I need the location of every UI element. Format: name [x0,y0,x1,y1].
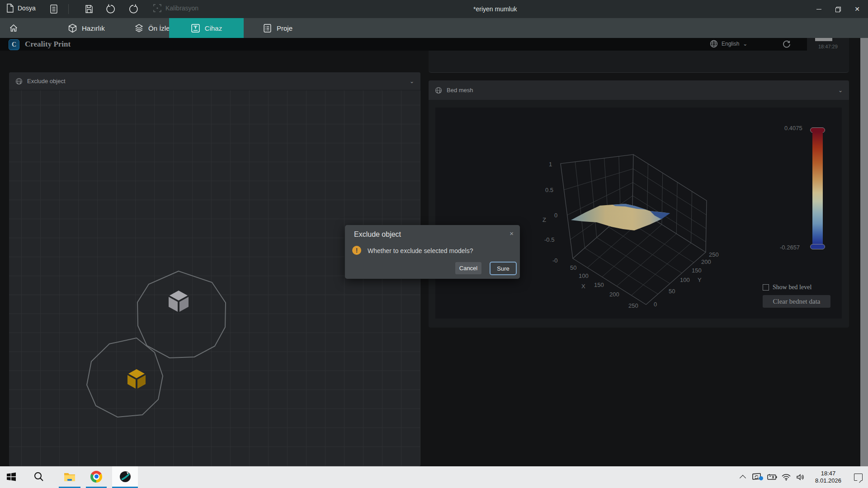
undo-icon[interactable] [106,4,116,14]
language-selector[interactable]: English ⌄ [710,40,747,48]
tray-display-icon[interactable] [750,473,764,481]
xtick: 200 [609,291,619,298]
dialog-message: Whether to exclude selected models? [368,247,473,254]
xtick: 50 [570,264,576,271]
creality-logo: C [9,39,19,50]
tab-bar: Hazırlık Ön İzleme Cihaz Proje [0,18,868,38]
calibration-icon [153,4,162,13]
restore-icon [835,7,840,11]
chevron-down-icon[interactable]: ⌄ [838,87,843,94]
search-button[interactable] [28,466,50,487]
taskbar-clock[interactable]: 18:47 8.01.2026 [808,470,848,485]
tab-home[interactable] [6,18,21,38]
x-axis-label: X [581,283,585,290]
minimize-button[interactable] [812,3,826,15]
ztick: 0 [554,212,557,219]
file-explorer-button[interactable] [59,466,80,487]
language-label: English [722,41,739,47]
home-icon [9,23,18,33]
creality-print-button[interactable] [112,466,138,487]
notes-icon[interactable] [50,5,58,14]
title-bar: Dosya Kalibrasyon *eriyen mumluk ✕ [0,0,868,18]
sure-button[interactable]: Sure [490,262,517,275]
calibration-label: Kalibrasyon [165,5,198,12]
start-button[interactable] [1,466,22,487]
dialog-close-button[interactable]: × [509,230,514,237]
ytick: 150 [692,267,702,274]
close-icon: × [509,230,514,237]
redo-icon[interactable] [128,4,138,14]
clear-bednet-data-button[interactable]: Clear bednet data [763,295,830,308]
tab-cihaz[interactable]: Cihaz [169,18,244,38]
tray-volume-icon[interactable] [793,474,808,481]
window-scrollbar[interactable] [860,38,868,466]
bed-mesh-header[interactable]: Bed mesh ⌄ [429,80,849,100]
document-icon [6,4,14,13]
ytick: 200 [701,258,711,265]
tab-cihaz-label: Cihaz [205,24,222,32]
file-explorer-icon [63,471,76,482]
clipped-panel-bar [815,38,832,41]
chevron-down-icon: ⌄ [743,41,747,47]
calibration-menu[interactable]: Kalibrasyon [153,4,198,13]
object-cube-selected[interactable] [127,369,146,389]
mesh-icon [435,87,442,94]
bed-mesh-plot[interactable]: 1 0.5 0 Z -0.5 -0 50 100 X 150 200 250 0… [435,108,842,319]
colorbar-bottom-cap [810,244,825,249]
tab-proje[interactable]: Proje [263,18,292,38]
colorbar-min: -0.2657 [780,244,800,251]
show-bed-level-checkbox[interactable] [763,284,769,291]
ytick: 250 [709,251,719,258]
ytick: 50 [669,288,675,295]
maximize-button[interactable] [831,3,844,15]
ztick: -0 [552,257,558,264]
show-bed-level-control: Show bed level [763,284,811,291]
file-menu[interactable]: Dosya [6,4,36,13]
save-icon[interactable] [85,5,93,14]
dialog-title: Exclude object [354,230,401,239]
cube-icon [68,23,77,33]
close-icon: ✕ [854,5,860,13]
object-outline-1[interactable] [137,271,226,358]
notification-dot [759,476,763,480]
chrome-button[interactable] [86,466,107,487]
tray-expand-button[interactable] [736,474,750,480]
creality-app-icon [119,471,131,483]
taskbar-date: 8.01.2026 [808,477,848,484]
windows-logo-icon [6,472,16,482]
colorbar-max: 0.4075 [784,125,802,131]
action-center-button[interactable] [848,474,868,481]
globe-icon [710,40,718,48]
device-clock: 18:47:29 [818,44,838,49]
surface-patch [571,204,670,230]
object-cube-grey[interactable] [169,291,189,312]
brand-name: Creality Print [25,40,71,49]
tab-hazirlik-label: Hazırlık [82,24,105,32]
object-outline-2[interactable] [87,338,163,417]
tab-hazirlik[interactable]: Hazırlık [68,18,105,38]
z-axis-label: Z [542,216,546,223]
bed-mesh-panel: Bed mesh ⌄ [429,80,849,328]
chevron-up-icon [740,475,746,481]
xtick: 100 [579,272,589,279]
tray-wifi-icon[interactable] [779,474,793,481]
exclude-object-header[interactable]: Exclude object ⌄ [9,72,420,90]
exclude-object-title: Exclude object [27,78,66,84]
refresh-icon[interactable] [783,40,791,48]
search-icon [33,471,44,482]
close-button[interactable]: ✕ [850,3,864,15]
file-menu-label: Dosya [18,5,36,12]
cancel-label: Cancel [459,265,477,272]
windows-taskbar: 18:47 8.01.2026 [0,466,868,488]
ytick: 100 [680,277,690,283]
printer-icon [191,23,200,33]
sure-label: Sure [497,265,509,272]
exclude-object-dialog: Exclude object × ! Whether to exclude se… [345,225,520,279]
bed-mesh-title: Bed mesh [447,87,473,94]
tab-proje-label: Proje [277,24,292,32]
menu-divider [68,4,69,14]
tray-battery-icon[interactable] [764,474,779,480]
ztick: 1 [549,161,552,168]
chevron-down-icon[interactable]: ⌄ [410,78,414,84]
cancel-button[interactable]: Cancel [455,262,481,274]
